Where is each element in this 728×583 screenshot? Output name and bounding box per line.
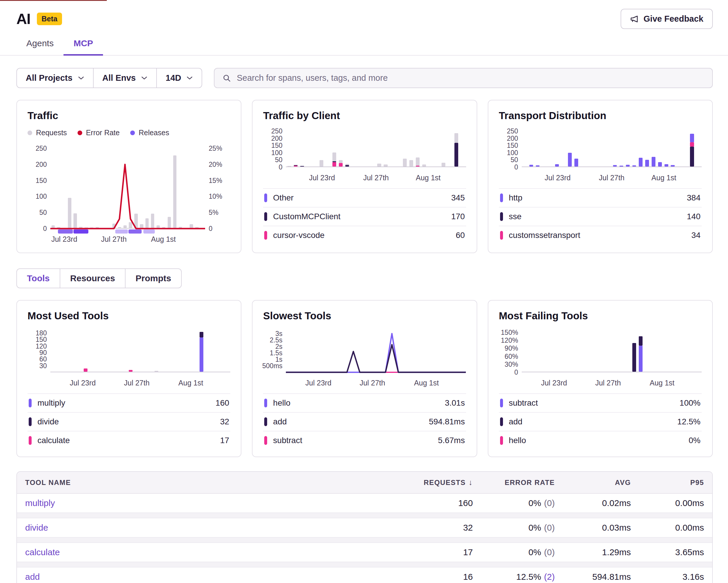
column-header-avg[interactable]: AVG [563,472,639,493]
legend-value: 594.81ms [429,417,465,426]
legend-label: Requests [36,128,67,137]
card-title: Transport Distribution [499,110,702,122]
legend-color-pill [500,231,503,240]
legend-item: Other345 [263,188,466,207]
legend-item: multiply160 [27,394,230,412]
table-row[interactable]: multiply1600%(0)0.02ms0.00ms [17,494,712,512]
y-tick-label: 30% [505,360,518,368]
project-filter[interactable]: All Projects [17,69,93,87]
card-title: Most Used Tools [27,310,230,322]
x-axis-label: Aug 1st [651,174,676,182]
tools-table: TOOL NAME REQUESTS ↓ ERROR RATE AVG P95 … [17,471,713,583]
bar-cursor-vscode [339,163,343,167]
y-axis-left: 180150120906030 [27,330,50,372]
line-add [286,345,466,373]
error-count[interactable]: (2) [544,572,555,582]
card-title: Most Failing Tools [499,310,702,322]
y-tick-label: 200 [36,161,47,168]
search-bar[interactable] [214,68,713,88]
card-title: Traffic [27,110,230,122]
traffic-cards-row: Traffic RequestsError RateReleases 25020… [0,88,728,253]
bar-add [639,336,643,345]
error-rate-cell: 0%(0) [481,543,563,562]
tool-link[interactable]: add [25,572,40,582]
bar-Other [287,166,291,167]
x-axis-label: Jul 23rd [51,235,77,244]
bar-http [658,162,662,167]
legend-item: sse140 [499,207,702,226]
bar-Other [377,163,381,167]
bar-divide [200,332,203,337]
y-tick-label: 50 [275,156,283,163]
column-header-error-rate[interactable]: ERROR RATE [481,472,563,493]
legend-value: 345 [451,193,465,203]
x-axis-label: Jul 23rd [309,174,335,182]
column-header-p95[interactable]: P95 [639,472,712,493]
tool-link[interactable]: calculate [25,547,60,557]
date-range-filter-label: 14D [165,73,181,83]
primary-tabs: Agents MCP [0,33,728,56]
tool-link[interactable]: multiply [25,498,55,508]
tool-name-cell: calculate [17,543,393,562]
bar-http [652,157,655,167]
x-axis-label: Jul 23rd [70,379,96,387]
bar-customssetransport [690,142,694,147]
y-tick-label: 0 [43,225,47,232]
bar-http [671,165,674,167]
legend-color-pill [264,436,267,445]
legend-label: http [509,193,681,203]
legend-item: add594.81ms [263,412,466,431]
bar-add [632,343,636,372]
y-tick-label: 150 [507,142,518,149]
give-feedback-button[interactable]: Give Feedback [621,9,713,29]
environment-filter[interactable]: All Envs [93,69,156,87]
legend-color-pill [500,436,503,445]
bar-Other [332,152,336,161]
legend-item: hello3.01s [263,394,466,412]
most-failing-tools-card: Most Failing Tools 150%120%90%60%30%0Jul… [488,300,713,457]
error-rate-value: 0% [528,523,541,533]
error-rate-cell: 0%(0) [481,494,563,512]
table-header: TOOL NAME REQUESTS ↓ ERROR RATE AVG P95 [17,472,712,494]
column-header-requests[interactable]: REQUESTS ↓ [393,472,481,493]
subtab-resources[interactable]: Resources [60,269,125,288]
bar-Other [319,160,323,167]
tool-name-cell: add [17,567,393,583]
table-row[interactable]: divide320%(0)0.03ms0.00ms [17,518,712,537]
legend-color-pill [264,194,267,202]
subtab-tools[interactable]: Tools [17,269,60,288]
tab-agents[interactable]: Agents [17,33,63,55]
bar-cursor-vscode [416,166,420,167]
error-rate-value: 0% [528,498,541,508]
y-tick-label: 150% [501,329,518,336]
bar-calculate [84,369,87,372]
x-axis-labels: Jul 23rdJul 27thAug 1st [50,235,205,246]
chevron-down-icon [186,76,193,80]
y-tick-label: 0 [279,163,283,171]
legend-value: 170 [451,212,465,221]
bar-CustomMCPClient [294,165,297,166]
table-row[interactable]: calculate170%(0)1.29ms3.65ms [17,543,712,562]
tool-name-cell: multiply [17,494,393,512]
legend-color-pill [29,436,32,445]
legend-dot [27,130,32,135]
x-axis-label: Jul 23rd [541,379,567,387]
subtab-prompts[interactable]: Prompts [125,269,181,288]
date-range-filter[interactable]: 14D [156,69,202,87]
x-axis-label: Aug 1st [151,235,176,244]
tab-mcp[interactable]: MCP [63,33,103,56]
legend-value: 3.01s [445,398,465,408]
legend-item: cursor-vscode60 [263,226,466,244]
release-bar [128,229,141,233]
column-header-tool-name[interactable]: TOOL NAME [17,472,393,493]
table-row[interactable]: add1612.5%(2)594.81ms3.16s [17,567,712,583]
error-count: (0) [544,547,555,557]
megaphone-icon [630,15,639,23]
y-tick-label: 200 [507,135,518,142]
x-axis-labels: Jul 23rdJul 27thAug 1st [286,174,466,184]
search-input[interactable] [237,73,705,83]
legend-label: Other [273,193,445,203]
tool-link[interactable]: divide [25,523,48,532]
legend-value: 140 [687,212,701,221]
bar-calculate [129,370,133,372]
